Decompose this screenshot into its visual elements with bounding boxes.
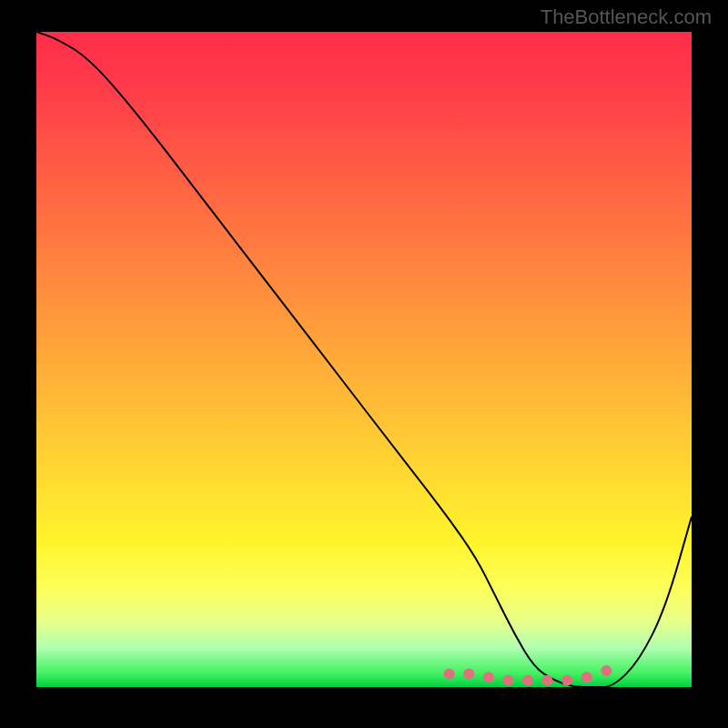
trough-marker: [601, 665, 612, 676]
trough-marker: [483, 672, 494, 682]
trough-marker: [542, 675, 553, 686]
chart-curve: [36, 32, 692, 687]
watermark-text: TheBottleneck.com: [541, 5, 712, 29]
trough-marker: [581, 672, 592, 682]
trough-marker: [444, 669, 455, 680]
trough-marker: [502, 675, 513, 686]
trough-marker: [463, 669, 474, 680]
chart-plot-area: [36, 32, 692, 687]
trough-marker: [561, 675, 572, 686]
trough-marker: [522, 675, 533, 686]
